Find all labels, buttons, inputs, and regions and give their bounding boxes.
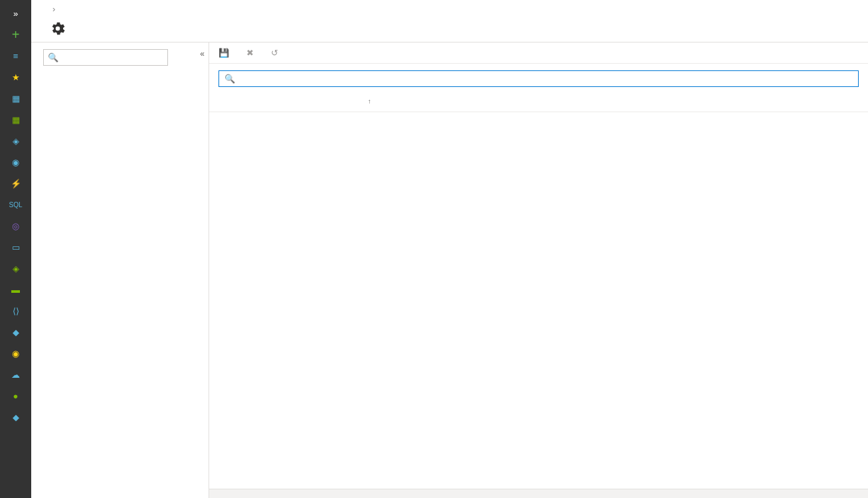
command-bar: 💾 ✖ ↺ [209,42,868,64]
col-value[interactable] [381,91,552,112]
rail-new-icon[interactable]: + [0,24,31,45]
rail-net-icon[interactable]: ⟨⟩ [0,300,31,321]
resource-menu: « 🔍 [31,42,209,498]
horizontal-scrollbar[interactable] [209,489,868,498]
rail-vm-icon[interactable]: ▭ [0,236,31,258]
rail-list-icon[interactable]: ≡ [0,45,31,66]
discard-button[interactable]: ✖ [246,48,258,58]
chevron-right-icon: › [52,4,55,14]
rail-monitor-icon[interactable]: ◉ [0,343,31,364]
gear-icon [48,19,67,38]
rail-aad-icon[interactable]: ◆ [0,321,31,343]
menu-search-input[interactable] [62,53,163,62]
left-nav-rail: » + ≡ ★ ▦ ▦ ◈ ◉ ⚡ SQL ◎ ▭ ◈ ▬ ⟨⟩ ◆ ◉ ☁ ●… [0,0,31,498]
filter-box[interactable]: 🔍 [218,70,859,87]
page-header [31,17,868,42]
rail-expand-icon[interactable]: » [0,3,31,24]
rail-advisor-icon[interactable]: ☁ [0,364,31,385]
filter-input[interactable] [239,74,853,84]
search-icon: 🔍 [48,52,58,62]
breadcrumb: › [31,0,868,17]
reset-icon: ↺ [271,48,278,58]
rail-cost-icon[interactable]: ◆ [0,406,31,428]
save-icon: 💾 [218,48,229,58]
discard-icon: ✖ [246,48,254,58]
rail-sec-icon[interactable]: ● [0,385,31,406]
collapse-icon[interactable]: « [200,49,205,58]
rail-fn-icon[interactable]: ⚡ [0,173,31,194]
rail-storage-icon[interactable]: ▬ [0,279,31,300]
menu-search[interactable]: 🔍 [43,49,168,66]
parameters-table: ↑ [209,91,868,112]
rail-cosmos-icon[interactable]: ◎ [0,215,31,236]
rail-dashboard-icon[interactable]: ▦ [0,88,31,109]
rail-globe-icon[interactable]: ◉ [0,151,31,173]
save-button[interactable]: 💾 [218,48,233,58]
sort-asc-icon: ↑ [368,98,371,105]
search-icon: 🔍 [224,74,235,84]
reset-button[interactable]: ↺ [271,48,282,58]
rail-sql-icon[interactable]: SQL [0,194,31,215]
rail-lb-icon[interactable]: ◈ [0,258,31,279]
col-description[interactable] [552,91,868,112]
col-parameter-name[interactable]: ↑ [209,91,381,112]
rail-grid-icon[interactable]: ▦ [0,109,31,130]
rail-cube-icon[interactable]: ◈ [0,130,31,151]
rail-star-icon[interactable]: ★ [0,66,31,88]
